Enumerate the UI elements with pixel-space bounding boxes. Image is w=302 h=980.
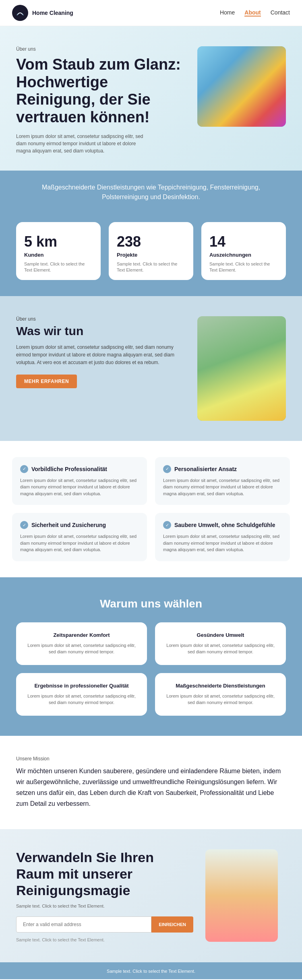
why-card-title-2: Ergebnisse in professioneller Qualität: [24, 683, 139, 689]
cta-content: Verwandeln Sie Ihren Raum mit unserer Re…: [16, 849, 193, 942]
stats-grid: 5 km Kunden Sample text. Click to select…: [16, 222, 286, 280]
feature-card-3: Saubere Umwelt, ohne Schuldgefühle Lorem…: [155, 513, 290, 561]
feature-header-0: Vorbildliche Professionalität: [20, 465, 139, 473]
feature-icon-3: [163, 521, 171, 529]
logo[interactable]: Home Cleaning: [12, 5, 73, 21]
why-card-text-0: Lorem ipsum dolor sit amet, consetetur s…: [24, 642, 139, 655]
about-image-visual: [197, 316, 286, 421]
why-card-1: Gesündere Umwelt Lorem ipsum dolor sit a…: [155, 622, 286, 665]
why-card-0: Zeitsparender Komfort Lorem ipsum dolor …: [16, 622, 147, 665]
why-card-title-0: Zeitsparender Komfort: [24, 632, 139, 638]
why-card-title-3: Maßgeschneiderte Dienstleistungen: [163, 683, 278, 689]
feature-header-1: Personalisierter Ansatz: [163, 465, 282, 473]
feature-title-2: Sicherheit und Zusicherung: [31, 522, 106, 528]
feature-icon-2: [20, 521, 28, 529]
stat-desc-2: Sample text. Click to select the Text El…: [209, 261, 278, 274]
hero-content: Über uns Vom Staub zum Glanz: Hochwertig…: [16, 46, 197, 154]
hero-title: Vom Staub zum Glanz: Hochwertige Reinigu…: [16, 56, 189, 126]
about-title: Was wir tun: [16, 324, 185, 338]
why-section: Warum uns wählen Zeitsparender Komfort L…: [0, 577, 302, 736]
feature-text-3: Lorem ipsum dolor sit amet, consetetur s…: [163, 533, 282, 553]
hero-image-visual: [197, 46, 286, 127]
cta-form: EINREICHEN: [16, 916, 193, 933]
feature-card-2: Sicherheit und Zusicherung Lorem ipsum d…: [12, 513, 147, 561]
why-grid: Zeitsparender Komfort Lorem ipsum dolor …: [16, 622, 286, 716]
learn-more-button[interactable]: MEHR ERFAHREN: [16, 375, 77, 388]
features-grid: Vorbildliche Professionalität Lorem ipsu…: [12, 457, 290, 561]
about-section: Über uns Was wir tun Lorem ipsum dolor s…: [0, 296, 302, 441]
about-content: Über uns Was wir tun Lorem ipsum dolor s…: [16, 316, 185, 389]
footer-text: Sample text. Click to select the Text El…: [107, 969, 195, 974]
hero-image: [197, 46, 286, 127]
feature-header-3: Saubere Umwelt, ohne Schuldgefühle: [163, 521, 282, 529]
stat-label-2: Auszeichnungen: [209, 252, 278, 258]
nav-about[interactable]: About: [244, 9, 261, 16]
stat-card-1: 238 Projekte Sample text. Click to selec…: [109, 222, 193, 280]
submit-button[interactable]: EINREICHEN: [151, 916, 193, 933]
stat-number-0: 5 km: [24, 233, 93, 250]
nav-contact[interactable]: Contact: [271, 9, 290, 16]
stat-label-1: Projekte: [117, 252, 185, 258]
feature-card-1: Personalisierter Ansatz Lorem ipsum dolo…: [155, 457, 290, 505]
feature-text-2: Lorem ipsum dolor sit amet, consetetur s…: [20, 533, 139, 553]
cta-desc: Sample text. Click to select the Text El…: [16, 904, 193, 908]
why-card-2: Ergebnisse in professioneller Qualität L…: [16, 673, 147, 716]
hero-text: Lorem ipsum dolor sit amet, consetetur s…: [16, 133, 145, 154]
why-card-text-1: Lorem ipsum dolor sit amet, consetetur s…: [163, 642, 278, 655]
stat-label-0: Kunden: [24, 252, 93, 258]
why-card-title-1: Gesündere Umwelt: [163, 632, 278, 638]
nav-home[interactable]: Home: [220, 9, 235, 16]
why-card-text-3: Lorem ipsum dolor sit amet, consetetur s…: [163, 693, 278, 706]
cta-image: [205, 849, 286, 942]
about-text: Lorem ipsum dolor sit amet, consetetur s…: [16, 344, 185, 367]
why-title: Warum uns wählen: [16, 597, 286, 610]
feature-title-1: Personalisierter Ansatz: [174, 466, 237, 472]
feature-icon-0: [20, 465, 28, 473]
services-text: Maßgeschneiderte Dienstleistungen wie Te…: [24, 183, 278, 202]
feature-text-0: Lorem ipsum dolor sit amet, consetetur s…: [20, 477, 139, 497]
brand-name: Home Cleaning: [32, 10, 73, 16]
feature-title-3: Saubere Umwelt, ohne Schuldgefühle: [174, 522, 275, 528]
hero-label: Über uns: [16, 46, 189, 52]
stat-number-2: 14: [209, 233, 278, 250]
mission-section: Unsere Mission Wir möchten unseren Kunde…: [0, 736, 302, 830]
feature-text-1: Lorem ipsum dolor sit amet, consetetur s…: [163, 477, 282, 497]
services-banner: Maßgeschneiderte Dienstleistungen wie Te…: [0, 171, 302, 214]
feature-card-0: Vorbildliche Professionalität Lorem ipsu…: [12, 457, 147, 505]
stat-desc-1: Sample text. Click to select the Text El…: [117, 261, 185, 274]
mission-text: Wir möchten unseren Kunden sauberere, ge…: [16, 766, 286, 809]
cta-section: Verwandeln Sie Ihren Raum mit unserer Re…: [0, 829, 302, 962]
why-card-3: Maßgeschneiderte Dienstleistungen Lorem …: [155, 673, 286, 716]
feature-icon-1: [163, 465, 171, 473]
features-section: Vorbildliche Professionalität Lorem ipsu…: [0, 441, 302, 577]
cta-small-text: Sample text. Click to select the Text El…: [16, 937, 193, 942]
stat-desc-0: Sample text. Click to select the Text El…: [24, 261, 93, 274]
about-label: Über uns: [16, 316, 185, 322]
stat-card-2: 14 Auszeichnungen Sample text. Click to …: [201, 222, 286, 280]
stat-number-1: 238: [117, 233, 185, 250]
stats-section: 5 km Kunden Sample text. Click to select…: [0, 214, 302, 296]
nav-links: Home About Contact: [220, 9, 290, 16]
stat-card-0: 5 km Kunden Sample text. Click to select…: [16, 222, 101, 280]
email-input[interactable]: [16, 916, 151, 933]
mission-label: Unsere Mission: [16, 756, 286, 762]
feature-title-0: Vorbildliche Professionalität: [31, 466, 107, 472]
hero-section: Über uns Vom Staub zum Glanz: Hochwertig…: [0, 26, 302, 171]
why-card-text-2: Lorem ipsum dolor sit amet, consetetur s…: [24, 693, 139, 706]
about-image: [197, 316, 286, 421]
footer: Sample text. Click to select the Text El…: [0, 962, 302, 979]
navbar: Home Cleaning Home About Contact: [0, 0, 302, 26]
feature-header-2: Sicherheit und Zusicherung: [20, 521, 139, 529]
logo-icon: [12, 5, 28, 21]
cta-title: Verwandeln Sie Ihren Raum mit unserer Re…: [16, 849, 193, 898]
cta-image-visual: [205, 849, 278, 942]
